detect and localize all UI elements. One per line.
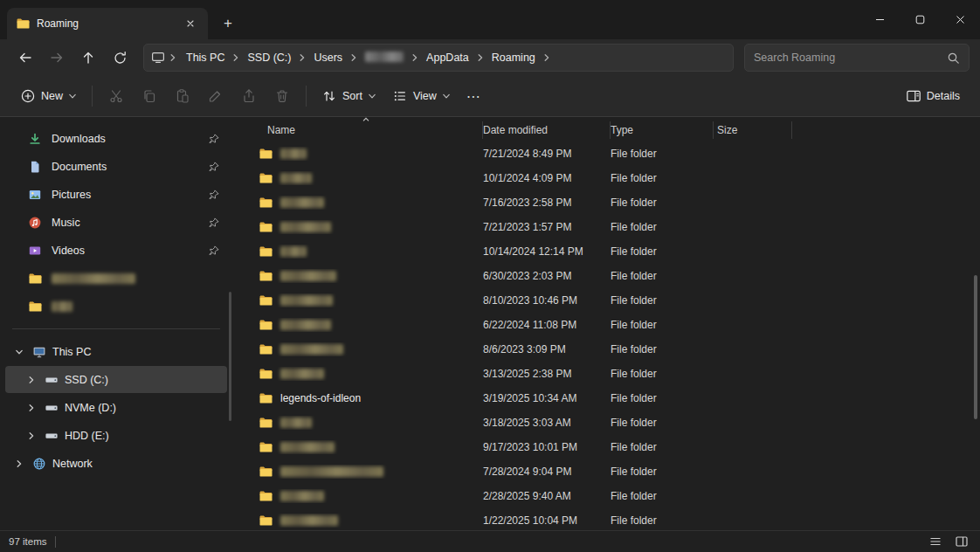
breadcrumb-chevron-icon [296,53,308,62]
breadcrumb-item-redacted[interactable] [360,48,409,68]
sidebar-scrollbar[interactable] [229,292,231,421]
breadcrumb-chevron-icon [167,53,179,62]
vertical-scrollbar[interactable] [974,275,977,419]
file-date-modified: 3/13/2025 2:38 PM [483,368,611,380]
copy-button[interactable] [133,81,166,111]
view-button[interactable]: View [384,82,459,110]
new-button[interactable]: New [12,82,85,110]
file-row[interactable]: 10/14/2024 12:14 PM File folder [250,239,980,264]
file-row[interactable]: 9/17/2023 10:01 PM File folder [250,435,980,459]
tab-close-icon[interactable] [182,15,199,32]
breadcrumb-label: Roaming [492,52,535,64]
column-header-type[interactable]: Type [611,121,714,139]
sort-icon [321,88,337,104]
tree-item-nvme-d[interactable]: NVMe (D:) [5,394,227,421]
share-button[interactable] [232,81,266,111]
column-header-name[interactable]: Name [250,121,483,139]
column-header-size[interactable]: Size [714,121,792,139]
file-row[interactable]: 2/28/2025 9:40 AM File folder [250,484,980,508]
forward-button[interactable] [42,43,72,72]
file-row[interactable]: 7/16/2023 2:58 PM File folder [250,190,980,215]
breadcrumb-label: Users [314,52,342,64]
new-tab-button[interactable]: + [215,10,241,37]
back-button[interactable] [10,43,40,72]
redacted-text [280,344,343,355]
tab-roaming[interactable]: Roaming [7,8,208,39]
sidebar-item-videos[interactable]: Videos [5,237,227,264]
column-header-date-modified[interactable]: Date modified [483,121,611,139]
content-area: DownloadsDocumentsPicturesMusicVideos Th… [0,117,980,530]
file-date-modified: 7/16/2023 2:58 PM [483,197,611,209]
up-button[interactable] [73,43,103,72]
refresh-button[interactable] [105,43,135,72]
minimize-button[interactable] [859,0,900,39]
redacted-text [280,417,312,428]
more-icon: ⋯ [466,88,481,105]
file-type: File folder [611,319,714,331]
sidebar-item-documents[interactable]: Documents [5,153,227,180]
breadcrumb-label: AppData [426,52,469,64]
folder-icon [259,342,273,356]
tree-item-label: SSD (C:) [65,374,108,386]
cut-button[interactable] [100,81,133,111]
file-row[interactable]: 1/22/2025 10:04 PM File folder [250,508,980,530]
file-date-modified: 7/21/2023 1:57 PM [483,221,611,233]
tree-item-network[interactable]: Network [5,450,227,477]
sidebar-item-music[interactable]: Music [5,209,227,236]
file-row[interactable]: 7/21/2024 8:49 PM File folder [250,141,980,166]
breadcrumb-label: This PC [186,52,224,64]
redacted-text [280,271,336,281]
sort-button[interactable]: Sort [314,82,384,110]
breadcrumb-chevron-icon [409,53,421,62]
file-row[interactable]: 7/28/2024 9:04 PM File folder [250,459,980,484]
file-row[interactable]: 6/22/2024 11:08 PM File folder [250,313,980,337]
breadcrumb-item-roaming[interactable]: Roaming [487,48,541,67]
redacted-text [280,148,307,159]
file-row[interactable]: 3/18/2025 3:03 AM File folder [250,411,980,435]
file-type: File folder [611,417,714,429]
maximize-button[interactable] [900,0,940,39]
delete-button[interactable] [266,81,299,111]
rename-button[interactable] [199,81,232,111]
folder-icon [259,416,273,430]
more-options-button[interactable]: ⋯ [459,82,489,111]
column-headers: Name Date modified Type Size [250,119,980,141]
breadcrumb-item-this-pc[interactable]: This PC [181,48,230,67]
tree-item-this-pc[interactable]: This PC [5,338,227,365]
file-date-modified: 8/10/2023 10:46 PM [483,294,611,307]
address-bar[interactable]: This PCSSD (C:)UsersAppDataRoaming [143,44,734,72]
chevron-right-icon [24,376,38,384]
file-row[interactable]: legends-of-idleon 3/19/2025 10:34 AM Fil… [250,386,980,411]
details-pane-button[interactable]: Details [898,82,968,110]
file-row[interactable]: 8/6/2023 3:09 PM File folder [250,337,980,362]
close-button[interactable] [940,0,980,39]
sidebar-divider [12,328,220,329]
file-row[interactable]: 7/21/2023 1:57 PM File folder [250,215,980,239]
details-view-toggle-icon[interactable] [926,534,945,550]
folder-icon [259,318,273,332]
sidebar-item-redacted-folder[interactable] [5,293,227,320]
paste-button[interactable] [166,81,199,111]
sidebar-item-redacted-folder[interactable] [5,265,227,292]
breadcrumb-item-ssd-c[interactable]: SSD (C:) [242,48,296,67]
breadcrumb-item-appdata[interactable]: AppData [421,48,474,67]
file-type: File folder [611,343,714,355]
file-row[interactable]: 6/30/2023 2:03 PM File folder [250,264,980,288]
tree-item-ssd-c[interactable]: SSD (C:) [5,366,227,393]
sidebar-item-downloads[interactable]: Downloads [5,125,227,152]
file-row[interactable]: 8/10/2023 10:46 PM File folder [250,288,980,313]
sidebar-item-pictures[interactable]: Pictures [5,181,227,208]
folder-icon [259,147,273,161]
window-controls [859,0,980,39]
large-icons-view-toggle-icon[interactable] [952,534,971,550]
breadcrumb-item-users[interactable]: Users [308,48,348,67]
file-date-modified: 10/1/2024 4:09 PM [483,172,611,184]
this-pc-icon [32,345,46,359]
search-box[interactable]: Search Roaming [744,44,970,72]
tree-item-hdd-e[interactable]: HDD (E:) [5,422,227,449]
details-pane-icon [906,88,921,104]
items-count: 97 items [9,536,46,547]
file-row[interactable]: 3/13/2025 2:38 PM File folder [250,362,980,386]
redacted-text [280,197,324,208]
file-row[interactable]: 10/1/2024 4:09 PM File folder [250,166,980,190]
